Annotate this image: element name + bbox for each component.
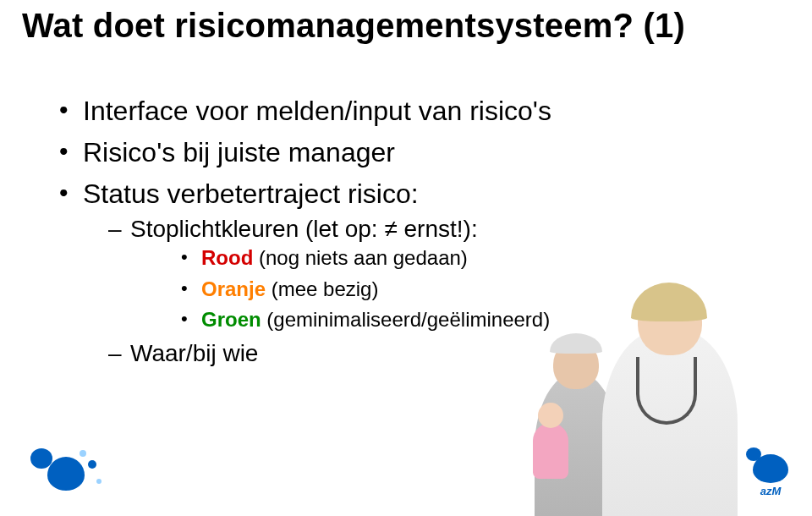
azm-bubble-icon (753, 454, 788, 483)
bullet-item: Interface voor melden/input van risico's (59, 93, 702, 129)
sub-bullet-text: ernst!): (398, 216, 478, 242)
subsub-bullet-item: Rood (nog niets aan gedaan) (130, 244, 702, 272)
people-illustration (535, 305, 738, 516)
sub-bullet-text: Stoplichtkleuren (let op: (130, 216, 384, 242)
sub-bullet-text: Waar/bij wie (130, 340, 258, 366)
slide-title: Wat doet risicomanagementsysteem? (1) (22, 7, 685, 45)
azm-logo: azM (753, 454, 788, 497)
stoplight-orange-label: Oranje (201, 277, 266, 300)
stethoscope-icon (636, 357, 697, 425)
brand-bubbles-icon (27, 445, 120, 496)
stoplight-green-desc: (geminimaliseerd/geëlimineerd) (261, 308, 550, 331)
stoplight-orange-desc: (mee bezig) (266, 277, 378, 300)
child-head (538, 403, 563, 428)
slide: Wat doet risicomanagementsysteem? (1) In… (0, 0, 812, 516)
stoplight-red-label: Rood (201, 246, 253, 269)
subsub-bullet-item: Oranje (mee bezig) (130, 276, 702, 303)
stoplight-green-label: Groen (201, 308, 261, 331)
child-figure (533, 423, 568, 479)
bullet-text: Interface voor melden/input van risico's (83, 96, 551, 126)
man-hair (550, 333, 602, 354)
bullet-text: Risico's bij juiste manager (83, 137, 395, 167)
stoplight-red-desc: (nog niets aan gedaan) (253, 246, 468, 269)
bullet-item: Risico's bij juiste manager (59, 134, 702, 171)
azm-logo-text: azM (753, 485, 788, 497)
bullet-text: Status verbetertraject risico: (83, 178, 419, 209)
not-equal-symbol: ≠ (384, 216, 397, 242)
